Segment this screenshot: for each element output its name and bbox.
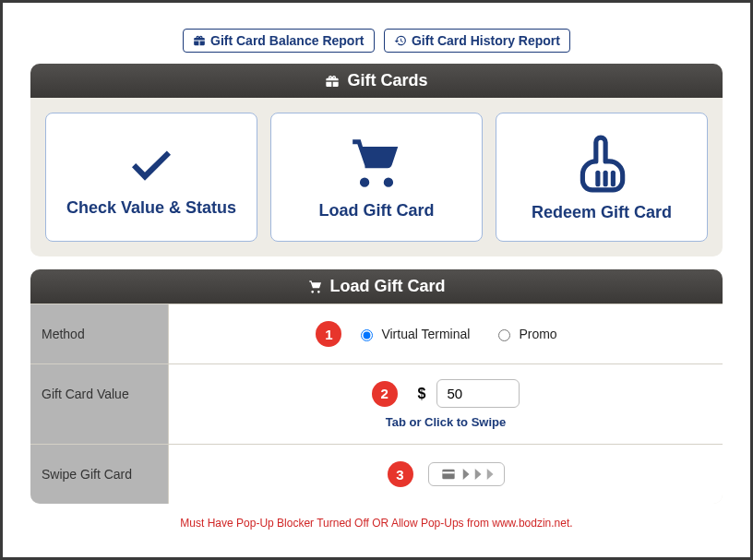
svg-marker-5	[462, 469, 469, 480]
swipe-card-button[interactable]	[428, 462, 505, 486]
gift-card-value-input[interactable]	[436, 379, 520, 408]
history-icon	[394, 34, 407, 47]
virtual-terminal-option[interactable]: Virtual Terminal	[356, 327, 470, 341]
swipe-label: Swipe Gift Card	[30, 445, 169, 504]
virtual-terminal-radio[interactable]	[361, 329, 373, 341]
panel-title: Load Gift Card	[330, 277, 446, 296]
card-label: Load Gift Card	[319, 201, 435, 220]
value-label: Gift Card Value	[30, 364, 169, 444]
svg-marker-6	[474, 469, 481, 480]
svg-marker-7	[486, 469, 493, 480]
gift-card-balance-report-link[interactable]: Gift Card Balance Report	[183, 29, 374, 53]
promo-radio[interactable]	[498, 329, 510, 341]
value-content: 2 $ Tab or Click to Swipe	[169, 364, 723, 444]
gift-icon	[325, 74, 340, 89]
gift-icon	[193, 34, 206, 47]
chevron-right-icon	[486, 469, 495, 480]
svg-rect-3	[442, 470, 454, 480]
link-label: Gift Card History Report	[412, 33, 560, 48]
method-row: Method 1 Virtual Terminal Promo	[30, 304, 723, 363]
swipe-row: Swipe Gift Card 3	[30, 444, 723, 504]
swipe-content: 3	[169, 445, 723, 504]
currency-symbol: $	[418, 386, 426, 402]
radio-label: Virtual Terminal	[381, 327, 470, 341]
panel-header: Gift Cards	[30, 64, 723, 98]
svg-rect-4	[442, 471, 454, 473]
top-links: Gift Card Balance Report Gift Card Histo…	[30, 29, 723, 53]
gift-cards-panel: Gift Cards Check Value & Status Load Gif…	[30, 64, 723, 256]
pointer-hand-icon	[571, 133, 632, 194]
redeem-gift-card-card[interactable]: Redeem Gift Card	[496, 113, 708, 242]
credit-card-icon	[438, 467, 459, 482]
popup-warning: Must Have Pop-Up Blocker Turned Off OR A…	[30, 517, 723, 530]
step-2-badge: 2	[372, 381, 398, 407]
promo-option[interactable]: Promo	[494, 327, 556, 341]
cart-icon	[342, 135, 411, 192]
method-label: Method	[30, 304, 169, 363]
method-content: 1 Virtual Terminal Promo	[169, 304, 723, 363]
panel-header: Load Gift Card	[30, 269, 723, 304]
app-frame: Gift Card Balance Report Gift Card Histo…	[0, 0, 753, 560]
chevron-right-icon	[462, 469, 471, 480]
chevron-right-icon	[474, 469, 483, 480]
card-label: Check Value & Status	[66, 198, 236, 218]
check-icon	[114, 137, 188, 189]
link-label: Gift Card Balance Report	[210, 33, 364, 48]
check-value-status-card[interactable]: Check Value & Status	[45, 113, 257, 242]
panel-title: Gift Cards	[347, 71, 427, 90]
step-3-badge: 3	[388, 461, 413, 487]
load-gift-card-card[interactable]: Load Gift Card	[270, 113, 483, 242]
value-row: Gift Card Value 2 $ Tab or Click to Swip…	[30, 363, 723, 444]
swipe-hint: Tab or Click to Swipe	[386, 415, 507, 429]
step-1-badge: 1	[316, 321, 341, 347]
cards-row: Check Value & Status Load Gift Card Rede…	[30, 98, 723, 256]
radio-label: Promo	[519, 327, 556, 341]
cart-icon	[308, 280, 323, 294]
card-label: Redeem Gift Card	[532, 203, 672, 222]
gift-card-history-report-link[interactable]: Gift Card History Report	[384, 29, 570, 53]
load-gift-card-panel: Load Gift Card Method 1 Virtual Terminal…	[30, 269, 723, 504]
